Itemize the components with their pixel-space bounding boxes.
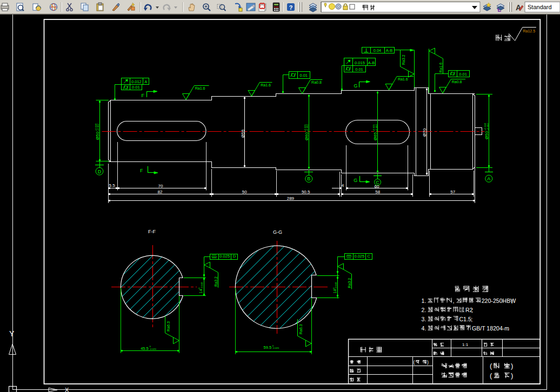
svg-text:50: 50: [242, 190, 247, 194]
svg-text:0.025: 0.025: [354, 254, 364, 259]
svg-text:Ra3.2: Ra3.2: [348, 278, 351, 288]
svg-text:0.015: 0.015: [355, 60, 365, 65]
svg-text:): ): [427, 360, 429, 365]
svg-text:0.01: 0.01: [355, 67, 363, 72]
svg-text:(: (: [490, 362, 492, 370]
svg-text:+0.002: +0.002: [375, 124, 378, 131]
svg-text:Standard: Standard: [528, 4, 552, 10]
svg-text:A: A: [487, 176, 490, 181]
svg-text:-0.043: -0.043: [201, 282, 203, 289]
svg-text:+0.002: +0.002: [486, 123, 489, 130]
svg-text:Ø65: Ø65: [373, 132, 378, 140]
svg-text:18: 18: [332, 289, 337, 293]
svg-text:B: B: [307, 176, 310, 181]
svg-text:G-G: G-G: [273, 229, 282, 235]
svg-text:50.5: 50.5: [302, 190, 310, 194]
svg-text:2.: 2.: [422, 307, 426, 313]
svg-text:G: G: [354, 178, 357, 183]
svg-text:Ra6.3: Ra6.3: [166, 321, 170, 332]
svg-text:Ra3.2: Ra3.2: [214, 276, 218, 287]
svg-text:A: A: [144, 79, 147, 84]
svg-text:0.01: 0.01: [132, 85, 140, 90]
svg-text:F: F: [142, 93, 145, 98]
svg-text:D: D: [233, 254, 236, 259]
svg-text:Ra3.2: Ra3.2: [402, 55, 405, 65]
svg-text:-0.043: -0.043: [335, 282, 337, 289]
svg-text:+0.002: +0.002: [97, 123, 99, 131]
svg-text:Ra12.5: Ra12.5: [523, 29, 536, 33]
svg-text:C1.5: C1.5: [459, 316, 471, 322]
svg-text:45.5: 45.5: [141, 346, 149, 351]
svg-text:): ): [511, 362, 513, 370]
svg-text:GB/T 18204-m: GB/T 18204-m: [472, 325, 509, 332]
svg-text:Ra1.6: Ra1.6: [398, 77, 408, 81]
svg-text:82: 82: [158, 190, 163, 194]
svg-text:-0.020: -0.020: [272, 347, 279, 349]
svg-text:Y: Y: [9, 329, 15, 338]
svg-text:5.5: 5.5: [109, 183, 116, 188]
svg-text:0.01: 0.01: [459, 72, 467, 77]
svg-text:(: (: [490, 371, 492, 380]
svg-text:Ra0.8: Ra0.8: [311, 80, 322, 84]
svg-text:Ra6.3: Ra6.3: [299, 324, 303, 334]
svg-text:?: ?: [289, 4, 293, 11]
svg-text:289: 289: [287, 196, 295, 201]
svg-text:Ø70: Ø70: [422, 128, 427, 137]
svg-text:): ): [511, 371, 513, 380]
svg-text:Ø50: Ø50: [484, 131, 489, 139]
svg-text:Ra1.6: Ra1.6: [195, 86, 205, 90]
svg-text:;: ;: [511, 298, 513, 304]
svg-text:59.5: 59.5: [264, 345, 272, 350]
svg-text:;: ;: [471, 307, 473, 313]
svg-text:Ra1.6: Ra1.6: [439, 63, 443, 73]
svg-text:,: ,: [453, 298, 455, 304]
svg-text:Ø50: Ø50: [95, 131, 100, 140]
svg-text:3.: 3.: [422, 316, 426, 322]
svg-text:Ø56: Ø56: [241, 129, 245, 138]
svg-text:4.: 4.: [422, 325, 426, 332]
svg-text:D: D: [98, 169, 102, 174]
svg-text:Ø60: Ø60: [304, 132, 309, 140]
svg-text:0.04: 0.04: [374, 48, 382, 53]
svg-text:A-B: A-B: [368, 60, 375, 65]
svg-text:70: 70: [158, 184, 163, 188]
svg-text:0.012: 0.012: [131, 79, 142, 84]
svg-text:F-F: F-F: [148, 229, 156, 234]
svg-text:0.01: 0.01: [299, 73, 308, 78]
svg-text:A-B: A-B: [386, 48, 393, 53]
svg-text:;: ;: [471, 316, 472, 322]
svg-text:+0.002: +0.002: [306, 124, 309, 131]
svg-text:57: 57: [450, 190, 455, 194]
svg-text:58: 58: [375, 190, 380, 194]
svg-text:.: .: [508, 325, 509, 332]
svg-text:G: G: [354, 83, 358, 89]
svg-text:Ra0.8: Ra0.8: [452, 80, 462, 84]
svg-text:Ra1.6: Ra1.6: [261, 83, 271, 87]
svg-text:4: 4: [342, 183, 344, 188]
svg-text:1:1: 1:1: [462, 342, 469, 347]
svg-text:-0.020: -0.020: [150, 348, 157, 350]
svg-text:X: X: [65, 387, 69, 392]
svg-text:14: 14: [198, 289, 203, 293]
svg-text:60: 60: [375, 184, 379, 189]
svg-text:C: C: [368, 254, 371, 259]
svg-text:0.025: 0.025: [219, 254, 230, 259]
svg-text:(: (: [414, 360, 415, 365]
svg-text:F: F: [140, 168, 143, 173]
svg-text:1.: 1.: [422, 298, 426, 304]
